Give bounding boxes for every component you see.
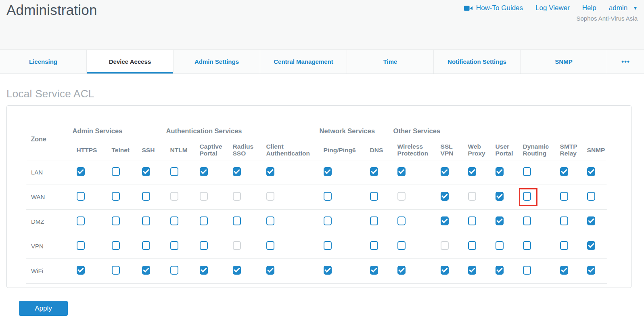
checkbox-dmz-ssh[interactable] (142, 216, 150, 225)
tab-notification-settings[interactable]: Notification Settings (434, 50, 521, 74)
checkbox-lan-web-proxy[interactable] (468, 167, 476, 176)
checkbox-dmz-dynamic-routing[interactable] (523, 216, 531, 225)
tab-admin-settings[interactable]: Admin Settings (174, 50, 260, 74)
tab-licensing[interactable]: Licensing (0, 50, 87, 74)
checkbox-dmz-ntlm[interactable] (170, 216, 178, 225)
checkbox-dmz-captive-portal[interactable] (200, 216, 208, 225)
checkbox-wan-user-portal[interactable] (496, 192, 504, 201)
tab-time[interactable]: Time (347, 50, 434, 74)
checkbox-lan-snmp[interactable] (587, 167, 595, 176)
checkbox-wifi-dynamic-routing[interactable] (523, 266, 531, 275)
checkbox-vpn-https[interactable] (77, 241, 85, 250)
checkbox-dmz-snmp[interactable] (587, 216, 595, 225)
checkbox-vpn-telnet[interactable] (112, 241, 120, 250)
more-tabs-button[interactable]: ••• (607, 50, 644, 74)
checkbox-dmz-smtp-relay[interactable] (560, 216, 568, 225)
checkbox-dmz-https[interactable] (77, 216, 85, 225)
acl-cell-wifi-ssl-vpn (437, 258, 464, 283)
checkbox-lan-ssl-vpn[interactable] (441, 167, 449, 176)
checkbox-wifi-ssl-vpn[interactable] (441, 266, 449, 275)
checkbox-vpn-smtp-relay[interactable] (560, 241, 568, 250)
checkbox-dmz-client-authentication[interactable] (266, 216, 274, 225)
checkbox-wan-snmp[interactable] (587, 192, 595, 201)
checkbox-lan-captive-portal[interactable] (200, 167, 208, 176)
checkbox-wifi-wireless-protection[interactable] (397, 266, 406, 275)
acl-cell-wan-wireless-protection (393, 185, 437, 209)
checkbox-lan-client-authentication[interactable] (266, 167, 274, 176)
checkbox-wan-smtp-relay[interactable] (560, 192, 568, 201)
checkbox-vpn-client-authentication[interactable] (266, 241, 274, 250)
checkbox-wifi-radius-sso[interactable] (233, 266, 241, 275)
checkbox-wifi-ping-ping6[interactable] (324, 266, 332, 275)
checkbox-wan-dynamic-routing[interactable] (523, 192, 531, 201)
checkbox-dmz-dns[interactable] (370, 216, 378, 225)
checkbox-wifi-captive-portal[interactable] (200, 266, 208, 275)
column-header-dynamic-routing: Dynamic Routing (519, 140, 556, 160)
checkbox-wifi-telnet[interactable] (112, 266, 120, 275)
tab-device-access[interactable]: Device Access (87, 50, 174, 74)
checkbox-vpn-wireless-protection[interactable] (397, 241, 406, 250)
checkbox-lan-telnet[interactable] (112, 167, 120, 176)
tab-central-management[interactable]: Central Management (260, 50, 347, 74)
checkbox-lan-ntlm[interactable] (170, 167, 178, 176)
checkbox-wifi-snmp[interactable] (587, 266, 595, 275)
acl-cell-lan-smtp-relay (556, 160, 583, 185)
checkbox-dmz-radius-sso[interactable] (233, 216, 241, 225)
apply-button[interactable]: Apply (19, 301, 68, 316)
checkbox-vpn-web-proxy[interactable] (468, 241, 476, 250)
checkbox-dmz-ping-ping6[interactable] (324, 216, 332, 225)
checkbox-wan-https[interactable] (77, 192, 85, 201)
checkbox-lan-smtp-relay[interactable] (560, 167, 568, 176)
admin-user-menu[interactable]: admin ▼ (609, 4, 638, 12)
checkbox-lan-wireless-protection[interactable] (397, 167, 406, 176)
checkbox-wifi-user-portal[interactable] (496, 266, 504, 275)
checkbox-wifi-client-authentication[interactable] (266, 266, 274, 275)
tab-snmp[interactable]: SNMP (521, 50, 607, 74)
checkbox-lan-https[interactable] (77, 167, 85, 176)
admin-user-label: admin (609, 4, 627, 12)
checkbox-wan-ssl-vpn[interactable] (441, 192, 449, 201)
checkbox-vpn-ntlm[interactable] (170, 241, 178, 250)
checkbox-wifi-smtp-relay[interactable] (560, 266, 568, 275)
checkbox-dmz-ssl-vpn[interactable] (441, 216, 449, 225)
checkbox-dmz-telnet[interactable] (112, 216, 120, 225)
checkbox-vpn-ping-ping6[interactable] (324, 241, 332, 250)
checkbox-lan-radius-sso[interactable] (233, 167, 241, 176)
acl-cell-vpn-telnet (108, 234, 138, 258)
checkbox-vpn-snmp[interactable] (587, 241, 595, 250)
checkbox-vpn-ssh[interactable] (142, 241, 150, 250)
checkbox-wifi-https[interactable] (77, 266, 85, 275)
checkbox-vpn-captive-portal[interactable] (200, 241, 208, 250)
checkbox-dmz-user-portal[interactable] (496, 216, 504, 225)
checkbox-lan-ssh[interactable] (142, 167, 150, 176)
checkbox-vpn-user-portal[interactable] (496, 241, 504, 250)
checkbox-wifi-ssh[interactable] (142, 266, 150, 275)
checkbox-dmz-wireless-protection[interactable] (397, 216, 406, 225)
checkbox-wifi-dns[interactable] (370, 266, 378, 275)
group-header-admin-services: Admin Services (73, 119, 166, 140)
checkbox-lan-user-portal[interactable] (496, 167, 504, 176)
help-link[interactable]: Help (582, 4, 596, 12)
checkbox-wifi-ntlm[interactable] (170, 266, 178, 275)
acl-cell-dmz-telnet (108, 209, 138, 234)
acl-cell-lan-ssl-vpn (437, 160, 464, 185)
howto-guides-link[interactable]: How-To Guides (464, 4, 523, 12)
checkbox-lan-dns[interactable] (370, 167, 378, 176)
checkbox-vpn-dynamic-routing[interactable] (523, 241, 531, 250)
checkbox-wan-telnet[interactable] (112, 192, 120, 201)
column-header-wireless-protection: Wireless Protection (393, 140, 437, 160)
checkbox-wan-web-proxy (468, 192, 476, 201)
acl-cell-wifi-wireless-protection (393, 258, 437, 283)
checkbox-wifi-web-proxy[interactable] (468, 266, 476, 275)
checkbox-wan-ping-ping6[interactable] (324, 192, 332, 201)
zone-column-header: Zone (26, 119, 73, 160)
acl-cell-lan-radius-sso (229, 160, 262, 185)
checkbox-vpn-dns[interactable] (370, 241, 378, 250)
checkbox-wan-ssh[interactable] (142, 192, 150, 201)
checkbox-lan-ping-ping6[interactable] (324, 167, 332, 176)
checkbox-dmz-web-proxy[interactable] (468, 216, 476, 225)
log-viewer-link[interactable]: Log Viewer (535, 4, 570, 12)
acl-cell-wan-ssl-vpn (437, 185, 464, 209)
checkbox-lan-dynamic-routing[interactable] (523, 167, 531, 176)
checkbox-wan-dns[interactable] (370, 192, 378, 201)
